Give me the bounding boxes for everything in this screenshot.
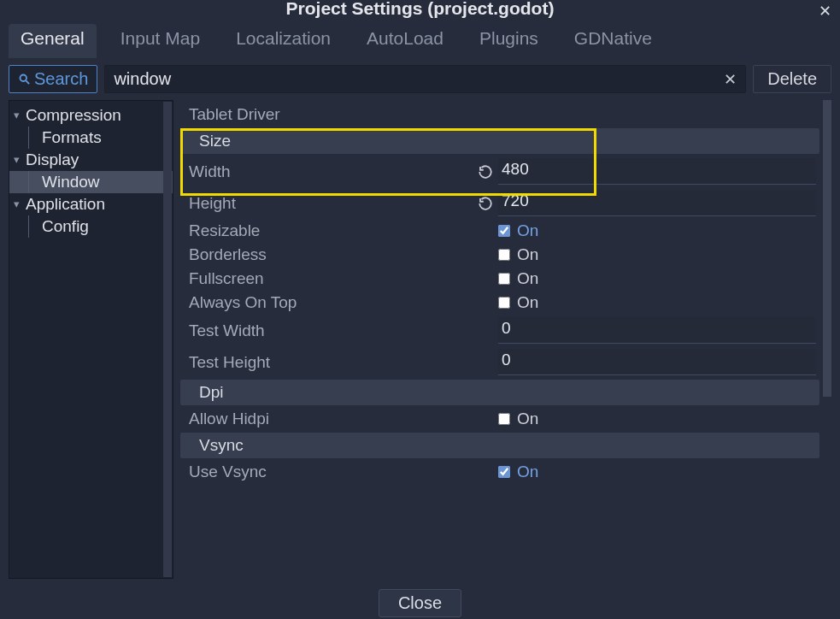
property-label: Always On Top [189,293,493,312]
tab-gdnative[interactable]: GDNative [562,24,664,58]
property-heading: Tablet Driver [189,105,493,124]
checkbox-label: On [517,269,538,288]
checkbox-input[interactable] [498,466,510,478]
number-field[interactable] [498,158,816,185]
property-row-test-width: Test Width [179,315,821,346]
search-toggle-button[interactable]: Search [9,65,97,93]
tree-item-window[interactable]: Window [9,171,173,193]
property-label: Width [189,162,493,181]
search-icon [18,73,31,85]
checkbox-label: On [517,410,538,428]
checkbox-label: On [517,245,538,264]
checkbox-field[interactable]: On [498,221,816,240]
caret-down-icon: ▾ [14,109,24,121]
section-vsync[interactable]: Vsync [180,433,819,458]
tree-category-application[interactable]: ▾Application [9,193,173,215]
checkbox-label: On [517,293,538,312]
property-label: Height [189,194,493,213]
properties-scrollbar[interactable] [823,100,831,579]
property-label: Borderless [189,245,493,264]
checkbox-input[interactable] [498,273,510,285]
property-row-allow-hidpi: Allow HidpiOn [179,407,821,431]
section-dpi[interactable]: Dpi [180,380,819,405]
checkbox-label: On [517,221,538,240]
property-row-borderless: BorderlessOn [179,243,821,267]
titlebar: Project Settings (project.godot) ✕ [0,0,840,22]
tab-bar: GeneralInput MapLocalizationAutoLoadPlug… [0,22,840,58]
svg-line-1 [26,80,29,84]
search-toggle-label: Search [34,69,88,89]
close-button[interactable]: Close [379,589,461,617]
delete-button[interactable]: Delete [753,65,831,93]
number-input[interactable] [498,349,816,375]
tree-item-config[interactable]: Config [9,215,173,238]
reset-icon[interactable] [478,196,493,211]
toolbar: Search ✕ Delete [0,58,840,100]
filter-input[interactable] [105,66,715,92]
property-label: Fullscreen [189,269,493,288]
property-label: Allow Hidpi [189,410,493,428]
property-row-fullscreen: FullscreenOn [179,267,821,291]
number-input[interactable] [498,190,816,216]
property-label: Test Height [189,353,493,372]
property-row-always-on-top: Always On TopOn [179,291,821,315]
property-row-test-height: Test Height [179,346,821,378]
svg-point-0 [21,75,27,82]
filter-input-wrap: ✕ [104,65,746,93]
close-window-icon[interactable]: ✕ [819,3,831,19]
sidebar-scrollbar[interactable] [163,102,172,577]
property-row-width: Width [179,156,821,187]
tab-plugins[interactable]: Plugins [467,24,550,58]
property-row-resizable: ResizableOn [179,219,821,243]
tree-item-formats[interactable]: Formats [9,127,173,149]
tree-category-display[interactable]: ▾Display [9,149,173,171]
checkbox-input[interactable] [498,225,510,237]
checkbox-field[interactable]: On [498,463,816,481]
tab-autoload[interactable]: AutoLoad [355,24,455,58]
property-panel: Tablet DriverSizeWidthHeightResizableOnB… [179,100,831,579]
caret-down-icon: ▾ [14,153,24,166]
property-label: Test Width [189,321,493,340]
checkbox-field[interactable]: On [498,410,816,428]
category-sidebar: ▾CompressionFormats▾DisplayWindow▾Applic… [9,100,173,579]
checkbox-field[interactable]: On [498,293,816,312]
tab-localization[interactable]: Localization [224,24,343,58]
property-label: Resizable [189,221,493,240]
window-title: Project Settings (project.godot) [286,0,555,19]
number-field[interactable] [498,349,816,375]
caret-down-icon: ▾ [14,197,24,210]
tab-general[interactable]: General [9,24,97,58]
section-size[interactable]: Size [180,128,819,154]
number-input[interactable] [498,317,816,344]
property-row-height: Height [179,187,821,219]
checkbox-label: On [517,463,538,481]
clear-filter-icon[interactable]: ✕ [715,70,745,89]
property-label: Use Vsync [189,463,493,481]
reset-icon[interactable] [478,164,493,180]
checkbox-input[interactable] [498,413,510,425]
checkbox-field[interactable]: On [498,269,816,288]
tree-category-compression[interactable]: ▾Compression [9,104,173,127]
number-field[interactable] [498,317,816,344]
checkbox-field[interactable]: On [498,245,816,264]
number-field[interactable] [498,190,816,216]
tab-input-map[interactable]: Input Map [109,24,212,58]
property-row-use-vsync: Use VsyncOn [179,460,821,484]
number-input[interactable] [498,158,816,185]
checkbox-input[interactable] [498,297,510,309]
checkbox-input[interactable] [498,249,510,261]
